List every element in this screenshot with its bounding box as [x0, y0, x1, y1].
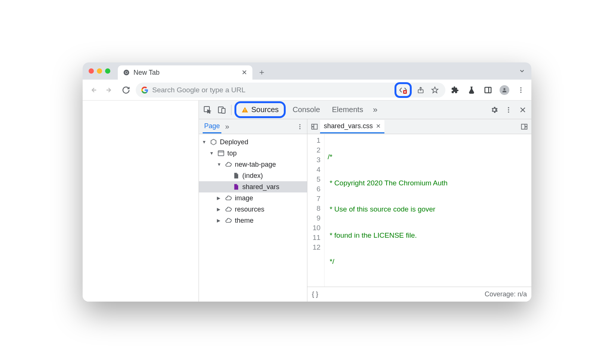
svg-point-13: [520, 92, 521, 93]
sources-sidebar: Page » ▼ Deployed: [199, 119, 307, 302]
page-viewport: [83, 101, 199, 302]
google-icon: [141, 86, 148, 94]
labs-icon[interactable]: [465, 83, 478, 97]
editor-footer: { } Coverage: n/a: [307, 287, 531, 302]
svg-point-24: [300, 124, 301, 125]
pretty-print-icon[interactable]: { }: [312, 290, 318, 298]
cloud-icon: [224, 194, 233, 202]
avatar-icon: [500, 85, 509, 95]
svg-point-20: [508, 109, 509, 110]
svg-rect-17: [245, 109, 245, 111]
devtools-error-icon[interactable]: [398, 85, 408, 95]
back-button[interactable]: [86, 83, 100, 97]
chevron-right-icon: ▶: [217, 218, 222, 223]
tree-node-shared-vars[interactable]: shared_vars: [199, 181, 307, 192]
tree-node-top[interactable]: ▼ top: [199, 148, 307, 159]
tab-console[interactable]: Console: [287, 102, 325, 117]
svg-point-2: [126, 72, 128, 74]
tab-elements[interactable]: Elements: [327, 102, 368, 117]
tab-title: New Tab: [133, 69, 238, 77]
toggle-navigator-icon[interactable]: [309, 121, 320, 132]
svg-point-25: [300, 126, 301, 127]
device-toggle-icon[interactable]: [215, 104, 228, 116]
close-window-button[interactable]: [89, 68, 94, 74]
devtools-error-highlight: [395, 82, 412, 98]
devtools-panel: Sources Console Elements »: [199, 101, 531, 302]
editor-tabbar: shared_vars.css ✕: [307, 119, 531, 134]
chevron-down-icon: ▼: [209, 151, 215, 156]
devtools-menu-icon[interactable]: [502, 104, 515, 116]
tree-node-resources[interactable]: ▶ resources: [199, 204, 307, 215]
browser-toolbar: Search Google or type a URL: [83, 80, 531, 101]
cloud-icon: [224, 205, 233, 213]
frame-icon: [217, 149, 225, 157]
forward-button[interactable]: [103, 83, 116, 97]
close-file-icon[interactable]: ✕: [376, 123, 381, 130]
package-icon: [209, 138, 218, 146]
new-tab-button[interactable]: ＋: [255, 66, 268, 78]
svg-point-10: [503, 88, 505, 90]
extensions-icon[interactable]: [448, 83, 462, 97]
more-tabs-icon[interactable]: »: [370, 105, 380, 115]
sidebar-tab-page[interactable]: Page: [203, 120, 221, 133]
tree-node-index[interactable]: (index): [199, 170, 307, 181]
file-icon: [232, 172, 240, 180]
svg-point-21: [508, 111, 509, 112]
close-devtools-icon[interactable]: [516, 104, 529, 116]
chevron-down-icon: ▼: [217, 162, 222, 167]
svg-rect-18: [245, 111, 245, 112]
sidebar-header: Page »: [199, 119, 307, 134]
maximize-window-button[interactable]: [105, 68, 110, 74]
tree-node-deployed[interactable]: ▼ Deployed: [199, 136, 307, 148]
tree-node-theme[interactable]: ▶ theme: [199, 215, 307, 226]
sidebar-more-tabs-icon[interactable]: »: [225, 122, 229, 131]
cloud-icon: [224, 160, 233, 169]
settings-gear-icon[interactable]: [488, 104, 501, 116]
minimize-window-button[interactable]: [97, 68, 102, 74]
warning-icon: [242, 107, 248, 113]
svg-rect-8: [485, 87, 491, 93]
file-tree: ▼ Deployed ▼ top ▼ new-tab-page: [199, 134, 307, 302]
titlebar: New Tab ✕ ＋: [83, 62, 531, 80]
svg-point-26: [300, 128, 301, 129]
bookmark-star-icon[interactable]: [430, 85, 440, 95]
svg-rect-27: [218, 151, 224, 155]
devtools-body: Page » ▼ Deployed: [199, 119, 531, 302]
toggle-debugger-icon[interactable]: [519, 121, 530, 132]
side-panel-icon[interactable]: [481, 83, 495, 97]
tree-node-image[interactable]: ▶ image: [199, 192, 307, 204]
share-icon[interactable]: [415, 85, 426, 95]
profile-avatar[interactable]: [498, 83, 511, 97]
omnibox-placeholder: Search Google or type a URL: [152, 86, 245, 94]
chevron-down-icon: ▼: [202, 139, 207, 145]
reload-button[interactable]: [119, 83, 133, 97]
cloud-icon: [224, 216, 233, 225]
tree-node-new-tab-page[interactable]: ▼ new-tab-page: [199, 159, 307, 170]
svg-rect-16: [222, 108, 225, 113]
editor-tab-shared-vars[interactable]: shared_vars.css ✕: [320, 120, 384, 133]
close-tab-icon[interactable]: ✕: [242, 68, 247, 77]
inspect-element-icon[interactable]: [201, 104, 214, 116]
coverage-status: Coverage: n/a: [485, 290, 527, 298]
browser-menu-icon[interactable]: [514, 83, 528, 97]
tab-sources[interactable]: Sources: [234, 101, 286, 118]
svg-point-12: [520, 89, 521, 90]
window-controls: [89, 68, 110, 74]
tab-search-button[interactable]: [519, 68, 525, 74]
devtools-tabbar: Sources Console Elements »: [199, 101, 531, 119]
svg-point-19: [508, 107, 509, 108]
line-gutter: 123456789101112: [307, 134, 325, 287]
sidebar-menu-icon[interactable]: [297, 123, 303, 130]
editor-pane: shared_vars.css ✕ 123456789101112: [307, 119, 531, 302]
browser-window: New Tab ✕ ＋ Search Google or type a URL: [83, 62, 531, 302]
chrome-favicon-icon: [123, 69, 130, 76]
content-area: Sources Console Elements »: [83, 101, 531, 302]
code-content: /* * Copyright 2020 The Chromium Auth * …: [325, 134, 531, 287]
browser-tab[interactable]: New Tab ✕: [118, 65, 252, 80]
chevron-right-icon: ▶: [217, 207, 222, 212]
chevron-right-icon: ▶: [217, 195, 222, 201]
css-file-icon: [232, 183, 240, 191]
svg-marker-7: [432, 87, 438, 93]
code-editor[interactable]: 123456789101112 /* * Copyright 2020 The …: [307, 134, 531, 287]
address-bar[interactable]: Search Google or type a URL: [136, 83, 445, 98]
